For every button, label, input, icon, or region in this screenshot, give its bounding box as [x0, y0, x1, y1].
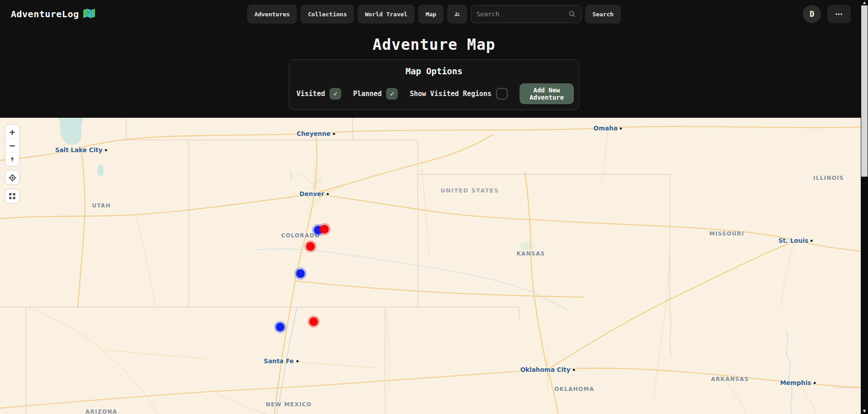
city-name: Cheyenne: [296, 130, 330, 137]
checkbox-planned[interactable]: ✓: [386, 88, 398, 100]
state-label-colorado: COLORADO: [281, 232, 320, 239]
map-controls: + − ▲ ▼: [5, 125, 19, 208]
geolocate-icon: [9, 174, 16, 182]
nav-adventures[interactable]: Adventures: [247, 5, 297, 24]
more-menu-button[interactable]: •••: [827, 5, 851, 23]
adventure-marker-red-4[interactable]: [310, 318, 318, 326]
checkbox-show-visited-regions[interactable]: [496, 88, 508, 100]
city-dot: [813, 382, 816, 384]
map-emoji-icon: [83, 8, 95, 20]
city-dot: [620, 127, 622, 130]
nav-collections[interactable]: Collections: [300, 5, 354, 24]
toggle-visited[interactable]: Visited✓: [296, 88, 341, 100]
app-logo-text: AdventureLog: [11, 9, 79, 19]
city-name: Memphis: [780, 379, 811, 386]
search-input[interactable]: [477, 10, 565, 18]
primary-nav: AdventuresCollectionsWorld TravelMap Sea…: [247, 5, 621, 24]
adventure-marker-blue-5[interactable]: [276, 323, 285, 332]
nav-buttons: AdventuresCollectionsWorld TravelMap: [247, 5, 444, 24]
state-label-new-mexico: NEW MEXICO: [266, 401, 312, 408]
toggle-planned[interactable]: Planned✓: [353, 88, 398, 100]
city-dot: [105, 149, 107, 151]
city-dot: [811, 240, 813, 242]
fullscreen-icon: [9, 193, 16, 200]
zoom-out-button[interactable]: −: [5, 139, 19, 152]
page-scrollbar[interactable]: ▲ ▼: [861, 0, 868, 414]
scrollbar-up-icon[interactable]: ▲: [861, 0, 868, 5]
city-name: Santa Fe: [264, 357, 294, 365]
adventure-marker-blue-3[interactable]: [296, 270, 305, 278]
toggle-label-visited: Visited: [296, 90, 325, 98]
map-options-panel: Map Options Visited✓Planned✓Show Visited…: [289, 59, 579, 110]
zoom-control-group: + − ▲ ▼: [5, 125, 19, 166]
city-name: Omaha: [593, 125, 617, 132]
city-label-st-louis: St. Louis: [778, 237, 813, 244]
state-label-utah: UTAH: [92, 202, 111, 209]
city-name: St. Louis: [778, 237, 808, 244]
toggle-label-show-visited-regions: Show Visited Regions: [410, 90, 491, 98]
geolocate-button[interactable]: [5, 171, 19, 184]
avatar[interactable]: D: [803, 5, 821, 23]
state-label-arizona: ARIZONA: [86, 409, 117, 414]
search-icon: [568, 10, 576, 18]
compass-down-icon: ▼: [11, 159, 14, 163]
city-label-salt-lake-city: Salt Lake City: [55, 146, 107, 154]
state-label-oklahoma: OKLAHOMA: [554, 386, 594, 392]
compass-button[interactable]: ▲ ▼: [5, 152, 19, 166]
city-name: Salt Lake City: [55, 146, 103, 154]
map-base-layer: [0, 118, 861, 414]
zoom-in-button[interactable]: +: [5, 125, 19, 139]
nav-map[interactable]: Map: [418, 5, 443, 24]
city-dot: [326, 193, 329, 195]
state-label-illinois: ILLINOIS: [813, 175, 844, 181]
add-new-adventure-button[interactable]: Add New Adventure: [520, 83, 574, 104]
city-label-cheyenne: Cheyenne: [296, 130, 335, 137]
page-title: Adventure Map: [0, 36, 868, 53]
scrollbar-down-icon[interactable]: ▼: [861, 409, 868, 413]
map-canvas[interactable]: CheyenneSalt Lake CityOmahaDenverSt. Lou…: [0, 118, 861, 414]
nav-world-travel[interactable]: World Travel: [358, 5, 415, 24]
search-button[interactable]: Search: [585, 5, 621, 24]
toggle-show-visited-regions[interactable]: Show Visited Regions: [410, 88, 508, 100]
state-label-kansas: KANSAS: [516, 250, 545, 257]
city-name: Denver: [300, 190, 324, 197]
city-dot: [296, 360, 298, 362]
state-label-arkansas: ARKANSAS: [711, 376, 749, 382]
toggle-label-planned: Planned: [353, 90, 382, 98]
users-icon: [454, 10, 460, 18]
header: AdventureLog AdventuresCollectionsWorld …: [0, 0, 868, 28]
app-logo[interactable]: AdventureLog: [11, 8, 95, 20]
adventure-marker-red-2[interactable]: [306, 242, 315, 251]
city-name: Oklahoma City: [520, 366, 571, 373]
scrollbar-thumb[interactable]: [861, 5, 868, 177]
city-label-oklahoma-city: Oklahoma City: [520, 366, 575, 373]
city-label-omaha: Omaha: [593, 125, 622, 132]
fullscreen-control: [5, 189, 19, 203]
search-input-wrapper: [471, 5, 582, 23]
geolocate-control: [5, 171, 19, 184]
map-options-title: Map Options: [296, 66, 572, 76]
header-right: D •••: [803, 5, 868, 23]
fullscreen-button[interactable]: [5, 189, 19, 203]
shared-users-button[interactable]: [447, 5, 467, 24]
city-dot: [333, 133, 335, 135]
city-label-santa-fe: Santa Fe: [264, 357, 299, 365]
map-options-row: Visited✓Planned✓Show Visited Regions Add…: [296, 83, 572, 104]
toggles: Visited✓Planned✓Show Visited Regions: [296, 88, 520, 100]
city-label-denver: Denver: [300, 190, 329, 197]
city-label-memphis: Memphis: [780, 379, 816, 386]
city-dot: [572, 369, 575, 371]
adventure-marker-red-1[interactable]: [320, 225, 329, 234]
checkbox-visited[interactable]: ✓: [329, 88, 341, 100]
state-label-missouri: MISSOURI: [709, 231, 744, 237]
country-label-united-states: UNITED STATES: [440, 187, 499, 194]
